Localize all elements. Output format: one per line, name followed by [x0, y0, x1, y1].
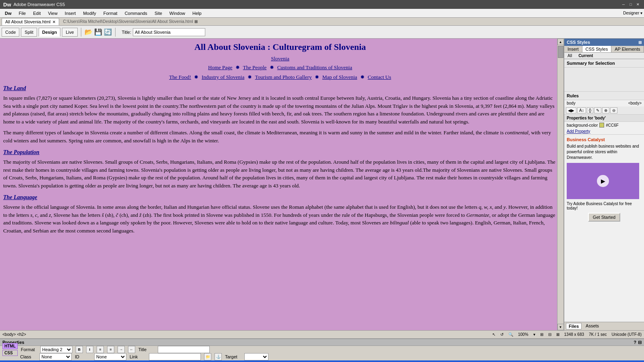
- bold-button[interactable]: B: [76, 346, 83, 353]
- rules-title: Rules: [564, 92, 644, 100]
- status-view-c[interactable]: ⊠: [556, 332, 559, 337]
- scroll-thumb[interactable]: [558, 46, 564, 58]
- title-label: Title:: [122, 30, 131, 35]
- panel-btn-2[interactable]: A↕: [577, 107, 586, 113]
- workspace-switcher[interactable]: Designer ▾: [623, 11, 642, 15]
- nav-food[interactable]: The Food!: [169, 74, 191, 80]
- maximize-button[interactable]: □: [628, 2, 634, 7]
- panel-sub-tabs: All Current: [564, 53, 644, 59]
- panel-expand-icon[interactable]: ⊞: [638, 40, 642, 45]
- menu-edit[interactable]: Edit: [30, 10, 44, 16]
- ol-button[interactable]: ≡: [107, 346, 114, 353]
- link-field[interactable]: [149, 353, 201, 360]
- get-started-button[interactable]: Get Started: [588, 213, 620, 222]
- tab-ap-elements[interactable]: AP Elements: [611, 46, 644, 52]
- menu-dw[interactable]: Dw: [2, 10, 15, 16]
- tab-css-styles[interactable]: CSS Styles: [582, 46, 612, 52]
- target-select[interactable]: [244, 353, 268, 360]
- id-label: ID: [75, 354, 91, 359]
- code-button[interactable]: Code: [2, 28, 19, 37]
- props-expand-icon[interactable]: ⊟: [638, 340, 642, 345]
- slovenia-link[interactable]: Slovenia: [3, 56, 557, 62]
- panel-btn-3[interactable]: {}: [587, 107, 594, 113]
- panel-btn-1[interactable]: ◀▶: [566, 107, 576, 113]
- minimize-button[interactable]: ─: [621, 2, 626, 7]
- business-catalyst-section: Business Catalyst Build and publish busi…: [564, 134, 644, 224]
- panel-btn-4[interactable]: ✎: [594, 107, 601, 113]
- panel-header-css: CSS Styles ⊞: [564, 39, 644, 46]
- page-heading: All About Slovenia : Culturegram of Slov…: [3, 42, 557, 52]
- props-help-icon[interactable]: ?: [634, 340, 636, 345]
- refresh-icon[interactable]: 🔄: [104, 28, 112, 36]
- play-button[interactable]: ▶: [597, 175, 609, 187]
- file-open-icon[interactable]: 📂: [85, 28, 93, 36]
- title-field[interactable]: [158, 346, 210, 353]
- color-swatch[interactable]: [599, 123, 604, 128]
- italic-button[interactable]: I: [86, 346, 93, 353]
- status-speed: 7K / 1 sec: [589, 332, 607, 337]
- class-select[interactable]: None: [39, 353, 72, 360]
- nav-tourism[interactable]: Tourism and Photo Gallery: [255, 74, 312, 80]
- outdent-button[interactable]: ←: [128, 346, 135, 353]
- menu-modify[interactable]: Modify: [80, 10, 99, 16]
- ul-button[interactable]: ≡: [97, 346, 104, 353]
- rule-selector: body: [567, 101, 576, 105]
- sub-tab-all[interactable]: All: [564, 53, 575, 59]
- path-expand-button[interactable]: ⊞: [194, 19, 198, 24]
- document-tab[interactable]: All About Slovenia.html ✕: [2, 18, 59, 25]
- nav-contact[interactable]: Contact Us: [368, 74, 391, 80]
- nav-the-people[interactable]: The People: [243, 64, 267, 70]
- properties-bar: Properties ? ⊟ HTML CSS Format Heading 2…: [0, 338, 644, 360]
- status-zoom-dropdown[interactable]: ▾: [533, 332, 535, 337]
- link-anchor-button[interactable]: ⚓: [215, 353, 222, 360]
- scroll-up[interactable]: ▲: [557, 39, 564, 45]
- right-panel: CSS Styles ⊞ Insert CSS Styles AP Elemen…: [564, 39, 644, 330]
- panel-btn-6[interactable]: ⊖: [610, 107, 617, 113]
- menu-commands[interactable]: Commands: [122, 10, 151, 16]
- menu-help[interactable]: Help: [189, 10, 205, 16]
- file-save-icon[interactable]: 💾: [94, 28, 102, 36]
- live-button[interactable]: Live: [62, 28, 77, 37]
- link-label: Link: [130, 354, 146, 359]
- add-property-link[interactable]: Add Property: [564, 128, 644, 134]
- format-select[interactable]: Heading 2: [40, 346, 72, 353]
- tab-assets[interactable]: Assets: [583, 323, 601, 329]
- panel-btn-5[interactable]: ⊕: [602, 107, 609, 113]
- nav-industry[interactable]: Industry of Slovenia: [202, 74, 244, 80]
- rule-item-body[interactable]: body <body>: [564, 100, 644, 107]
- title-input[interactable]: [133, 28, 205, 36]
- bc-video-thumbnail[interactable]: ▶: [567, 163, 639, 199]
- link-browse-button[interactable]: 📁: [204, 353, 211, 360]
- html-tab[interactable]: HTML: [2, 343, 18, 349]
- content-scrollbar[interactable]: ▲ ▼: [557, 39, 564, 330]
- status-zoom-icon[interactable]: 🔍: [508, 332, 513, 337]
- menu-window[interactable]: Window: [166, 10, 188, 16]
- status-arrow-icon[interactable]: ↖: [492, 332, 495, 337]
- content-wrapper: All About Slovenia : Culturegram of Slov…: [0, 39, 564, 330]
- status-view-b[interactable]: ⊟: [548, 332, 551, 337]
- nav-home-page[interactable]: Home Page: [208, 64, 232, 70]
- menu-view[interactable]: View: [45, 10, 61, 16]
- status-zoom[interactable]: 100%: [518, 332, 528, 337]
- indent-button[interactable]: →: [118, 346, 125, 353]
- menu-insert[interactable]: Insert: [62, 10, 79, 16]
- menu-file[interactable]: File: [16, 10, 29, 16]
- status-refresh-icon[interactable]: ↺: [500, 332, 504, 337]
- menu-format[interactable]: Format: [100, 10, 121, 16]
- tab-insert[interactable]: Insert: [564, 46, 582, 52]
- nav-map[interactable]: Map of Slovenia: [322, 74, 357, 80]
- menu-right-icons: Designer ▾: [623, 11, 642, 15]
- tab-files[interactable]: Files: [566, 323, 582, 329]
- section-heading-population: The Population: [3, 149, 557, 156]
- design-button[interactable]: Design: [39, 28, 61, 37]
- page-scroll[interactable]: All About Slovenia : Culturegram of Slov…: [0, 39, 564, 330]
- menu-site[interactable]: Site: [151, 10, 165, 16]
- nav-customs[interactable]: Customs and Traditions of Slovenia: [277, 64, 352, 70]
- sub-tab-current[interactable]: Current: [575, 53, 596, 59]
- tab-close-button[interactable]: ✕: [52, 20, 56, 24]
- close-button[interactable]: ✕: [635, 2, 641, 7]
- split-button[interactable]: Split: [21, 28, 37, 37]
- id-select[interactable]: None: [94, 353, 126, 360]
- scroll-down[interactable]: ▼: [557, 324, 564, 330]
- status-view-a[interactable]: ⊞: [540, 332, 543, 337]
